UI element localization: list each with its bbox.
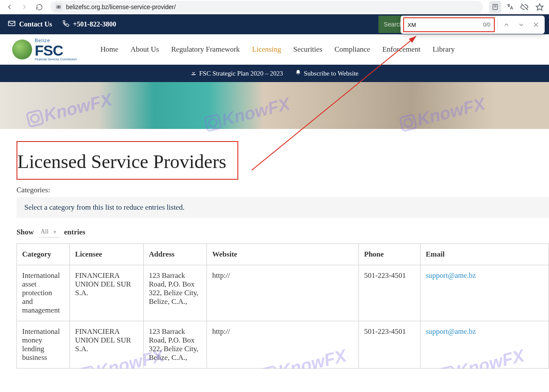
table-cell: http://: [207, 321, 359, 369]
ribbon-bar: FSC Strategic Plan 2020 – 2023 Subscribe…: [0, 65, 549, 82]
table-row: International asset protection and manag…: [17, 265, 549, 321]
table-cell: International money lending business: [17, 321, 70, 369]
providers-table: CategoryLicenseeAddressWebsitePhoneEmail…: [16, 244, 549, 369]
browser-toolbar: belizefsc.org.bz/license-service-provide…: [0, 0, 549, 14]
table-header[interactable]: Email: [421, 244, 549, 265]
chevron-down-icon: ▼: [53, 230, 57, 234]
category-select[interactable]: Select a category from this list to redu…: [16, 197, 549, 218]
svg-rect-3: [59, 7, 61, 9]
back-button[interactable]: [3, 1, 16, 13]
phone-link[interactable]: +501-822-3800: [62, 20, 116, 29]
plan-label: FSC Strategic Plan 2020 – 2023: [199, 70, 283, 77]
table-cell: 123 Barrack Road, P.O. Box 322, Belize C…: [144, 321, 207, 369]
find-input-wrap: 0/0: [403, 17, 495, 32]
nav-link[interactable]: About Us: [131, 45, 159, 54]
bookmark-star-icon[interactable]: [533, 1, 546, 13]
entries-value: All: [41, 228, 49, 235]
svg-rect-1: [59, 6, 61, 7]
categories-label: Categories:: [16, 186, 549, 194]
table-cell[interactable]: support@ame.bz: [421, 321, 549, 369]
svg-rect-0: [57, 6, 59, 7]
subscribe-label: Subscribe to Website: [304, 70, 358, 77]
phone-label: +501-822-3800: [73, 20, 116, 28]
find-next-button[interactable]: [515, 19, 527, 31]
page-title-highlight: Licensed Service Providers: [16, 141, 238, 180]
url-text: belizefsc.org.bz/license-service-provide…: [66, 3, 176, 10]
find-close-button[interactable]: [530, 19, 542, 31]
table-header[interactable]: Phone: [359, 244, 421, 265]
table-row: International money lending businessFINA…: [17, 321, 549, 369]
find-count: 0/0: [483, 22, 490, 28]
email-link[interactable]: support@ame.bz: [426, 327, 476, 336]
reader-mode-icon[interactable]: [489, 1, 501, 13]
entries-dropdown[interactable]: All ▼: [38, 227, 60, 237]
table-cell: 501-223-4501: [359, 265, 421, 321]
nav-link[interactable]: Securities: [293, 45, 322, 54]
category-placeholder: Select a category from this list to redu…: [24, 203, 184, 211]
table-header[interactable]: Website: [207, 244, 359, 265]
svg-rect-11: [191, 74, 195, 75]
nav-link[interactable]: Licensing: [252, 45, 281, 54]
find-prev-button[interactable]: [500, 19, 513, 31]
reload-button[interactable]: [33, 1, 45, 13]
table-cell: FINANCIERA UNION DEL SUR S.A.: [70, 321, 144, 369]
nav-link[interactable]: Library: [433, 45, 455, 54]
svg-rect-8: [9, 21, 15, 26]
logo-line2: FSC: [35, 43, 77, 58]
address-bar[interactable]: belizefsc.org.bz/license-service-provide…: [50, 1, 483, 13]
download-icon: [191, 69, 197, 77]
table-header[interactable]: Address: [144, 244, 207, 265]
main-nav: Belize FSC Financial Services Commission…: [0, 34, 549, 65]
envelope-icon: [8, 20, 16, 28]
nav-link[interactable]: Enforcement: [382, 45, 421, 54]
svg-marker-7: [536, 3, 543, 10]
page-content: Licensed Service Providers Categories: S…: [0, 129, 549, 369]
globe-icon: [12, 40, 32, 59]
strategic-plan-link[interactable]: FSC Strategic Plan 2020 – 2023: [191, 69, 283, 77]
entries-label: entries: [64, 228, 85, 237]
hero-banner: [0, 82, 549, 129]
nav-link[interactable]: Regulatory Framework: [171, 45, 240, 54]
show-label: Show: [16, 228, 34, 237]
contact-link[interactable]: Contact Us: [8, 20, 52, 28]
site-logo[interactable]: Belize FSC Financial Services Commission: [12, 38, 77, 61]
table-header[interactable]: Licensee: [70, 244, 144, 265]
nav-link[interactable]: Home: [100, 45, 118, 54]
contact-label: Contact Us: [19, 20, 52, 28]
find-input[interactable]: [408, 22, 460, 28]
logo-line3: Financial Services Commission: [35, 58, 77, 61]
bell-icon: [295, 69, 301, 77]
find-in-page-bar: 0/0: [401, 16, 545, 34]
incognito-icon[interactable]: [519, 1, 531, 13]
table-cell: FINANCIERA UNION DEL SUR S.A.: [70, 265, 144, 321]
table-cell: 501-223-4501: [359, 321, 421, 369]
table-cell: International asset protection and manag…: [17, 265, 70, 321]
table-cell: http://: [207, 265, 359, 321]
svg-rect-2: [57, 7, 59, 9]
table-cell[interactable]: support@ame.bz: [421, 265, 549, 321]
table-header[interactable]: Category: [17, 244, 70, 265]
translate-icon[interactable]: [504, 1, 516, 13]
page-title: Licensed Service Providers: [17, 151, 226, 173]
email-link[interactable]: support@ame.bz: [426, 271, 476, 280]
site-info-icon[interactable]: [55, 3, 62, 11]
table-cell: 123 Barrack Road, P.O. Box 322, Belize C…: [144, 265, 207, 321]
nav-link[interactable]: Compliance: [335, 45, 370, 54]
phone-icon: [62, 20, 69, 29]
forward-button[interactable]: [18, 1, 30, 13]
subscribe-link[interactable]: Subscribe to Website: [295, 69, 358, 77]
